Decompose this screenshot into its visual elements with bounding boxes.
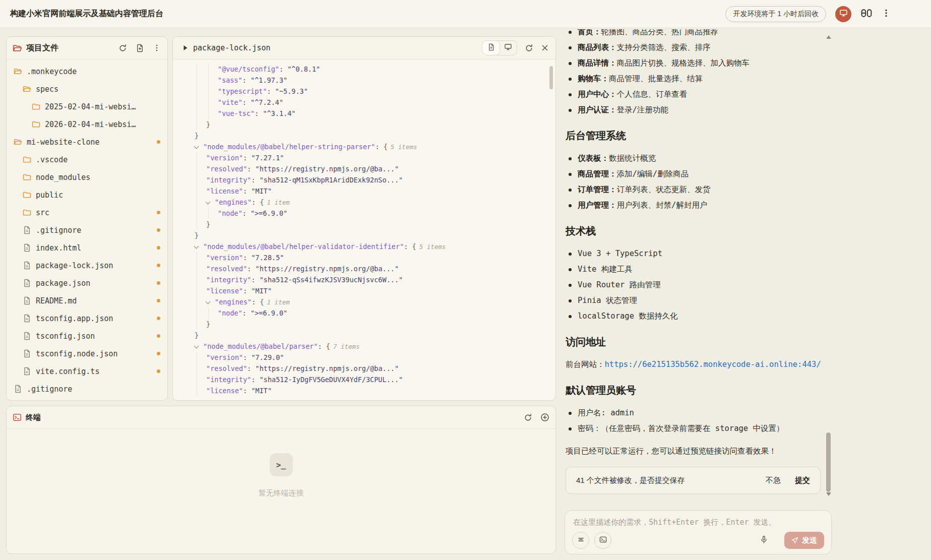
section-heading: 后台管理系统 <box>566 129 822 143</box>
tree-item[interactable]: package-lock.json <box>7 257 167 274</box>
terminal-icon <box>599 536 607 545</box>
code-line: "node": ">=6.9.0" <box>173 307 555 319</box>
tree-item-label: public <box>36 191 63 200</box>
chat-scrollbar-thumb[interactable] <box>826 432 831 492</box>
code-view-button[interactable] <box>482 41 500 55</box>
modified-dot <box>157 299 160 302</box>
bullet-item: Vue Router 路由管理 <box>566 277 822 293</box>
tree-item[interactable]: vite.config.ts <box>7 362 167 380</box>
modified-dot <box>157 264 160 267</box>
new-file-button[interactable] <box>135 43 144 52</box>
file-icon <box>23 226 31 234</box>
file-panel-menu-button[interactable] <box>152 43 161 52</box>
bullet-item: 用户管理：用户列表、封禁/解封用户 <box>566 198 822 213</box>
tree-item[interactable]: 2025-02-04-mi-websi… <box>7 98 167 115</box>
new-terminal-button[interactable] <box>540 413 549 422</box>
options-button[interactable] <box>572 532 589 549</box>
dismiss-button[interactable]: 不急 <box>766 476 781 485</box>
modified-dot <box>157 281 160 285</box>
file-panel-title: 项目文件 <box>26 43 58 53</box>
chevron-down-icon[interactable] <box>194 144 199 149</box>
code-line: "license": "MIT" <box>173 285 555 296</box>
chevron-down-icon[interactable] <box>206 200 211 205</box>
open-file-name: package-lock.json <box>193 43 271 52</box>
tree-item-label: .vscode <box>36 155 68 164</box>
top-bar: 构建小米官网前端展示及基础内容管理后台 开发环境将于 1 小时后回收 <box>0 0 931 28</box>
bullet-item: 商品详情：商品图片切换、规格选择、加入购物车 <box>566 55 822 71</box>
folder-icon <box>32 120 40 129</box>
tree-item[interactable]: specs <box>7 80 167 98</box>
chat-input-panel: 在这里描述你的需求，Shift+Enter 换行，Enter 发送。 <box>565 510 832 554</box>
chevron-down-icon[interactable] <box>206 299 211 304</box>
code-line: "typescript": "~5.9.3" <box>173 86 555 97</box>
scroll-up-arrow[interactable] <box>826 35 831 39</box>
layout-columns-icon <box>860 8 873 20</box>
bullet-item: 密码：（任意密码，首次登录前需要在 storage 中设置） <box>566 421 822 437</box>
microphone-icon <box>760 535 768 546</box>
bullet-item: 首页：轮播图、商品分类、热门商品推荐 <box>566 29 822 40</box>
code-line: } <box>173 319 555 330</box>
tree-item[interactable]: node_modules <box>7 168 167 186</box>
tree-item[interactable]: tsconfig.node.json <box>7 345 167 362</box>
send-label: 发送 <box>802 536 817 545</box>
tree-item-label: vite.config.ts <box>36 367 99 376</box>
refresh-terminal-button[interactable] <box>523 413 532 422</box>
file-icon <box>23 349 31 358</box>
folder-icon <box>23 155 31 164</box>
bullet-item: 用户认证：登录/注册功能 <box>566 102 822 118</box>
view-mode-toggle <box>482 40 517 55</box>
voice-input-button[interactable] <box>755 532 772 549</box>
tree-item[interactable]: index.html <box>7 239 167 257</box>
tree-item[interactable]: tsconfig.app.json <box>7 309 167 327</box>
code-line: "node_modules/@babel/helper-validator-id… <box>173 241 555 252</box>
chat-input[interactable]: 在这里描述你的需求，Shift+Enter 换行，Enter 发送。 <box>573 518 823 527</box>
code-line: } <box>173 219 555 230</box>
terminal-panel: 终端 >_ 暂无终端连接 <box>6 406 556 554</box>
chevron-down-icon[interactable] <box>194 244 199 249</box>
tree-item[interactable]: mi-website-clone <box>7 133 167 151</box>
tree-item-label: specs <box>36 85 58 94</box>
code-line: } <box>173 119 555 130</box>
editor-scrollbar-thumb[interactable] <box>549 66 553 89</box>
submit-button[interactable]: 提交 <box>795 476 810 485</box>
tree-item[interactable]: .gitignore <box>7 221 167 239</box>
file-icon <box>23 261 31 270</box>
collapse-triangle-icon[interactable] <box>183 45 188 51</box>
chat-paragraph: 项目已经可以正常运行，您可以通过预览链接访问查看效果！ <box>566 444 822 459</box>
tree-item[interactable]: 2026-02-04-mi-websi… <box>7 115 167 133</box>
preview-view-button[interactable] <box>500 41 517 55</box>
monitor-icon <box>504 43 512 53</box>
tree-item[interactable]: .vscode <box>7 151 167 168</box>
reload-file-button[interactable] <box>524 43 533 52</box>
file-tree: .monkeycodespecs2025-02-04-mi-websi…2026… <box>7 59 167 398</box>
close-editor-button[interactable] <box>540 43 549 52</box>
terminal-insert-button[interactable] <box>594 532 611 549</box>
preview-button[interactable] <box>835 6 851 22</box>
tree-item[interactable]: tsconfig.json <box>7 327 167 345</box>
send-button[interactable]: 发送 <box>784 532 824 549</box>
tree-item[interactable]: .gitignore <box>7 380 167 398</box>
refresh-files-button[interactable] <box>118 43 127 52</box>
tree-item[interactable]: README.md <box>7 292 167 309</box>
tree-item[interactable]: public <box>7 186 167 204</box>
tree-item[interactable]: package.json <box>7 274 167 292</box>
tree-item[interactable]: src <box>7 204 167 221</box>
file-icon <box>23 296 31 305</box>
section-heading: 默认管理员账号 <box>566 384 822 397</box>
section-heading: 技术栈 <box>566 224 822 238</box>
terminal-header: 终端 <box>7 406 555 429</box>
layout-toggle-button[interactable] <box>860 8 873 20</box>
code-area[interactable]: "@vue/tsconfig": "^0.8.1""sass": "^1.97.… <box>173 59 555 396</box>
tree-item[interactable]: .monkeycode <box>7 63 167 80</box>
preview-link[interactable]: https://6e215135b562.monkeycode-ai.onlin… <box>605 360 821 369</box>
code-line: "node_modules/@babel/parser": {7 items <box>173 341 555 352</box>
tree-item-label: .gitignore <box>27 385 72 394</box>
more-menu-button[interactable] <box>882 9 891 20</box>
modified-dot <box>157 211 160 214</box>
bullet-item: 商品管理：添加/编辑/删除商品 <box>566 166 822 182</box>
folder-icon <box>23 191 31 199</box>
bullet-item: 订单管理：订单列表、状态更新、发货 <box>566 182 822 198</box>
page-title: 构建小米官网前端展示及基础内容管理后台 <box>10 9 163 19</box>
chevron-down-icon[interactable] <box>194 344 199 349</box>
scroll-down-arrow[interactable] <box>826 492 831 496</box>
